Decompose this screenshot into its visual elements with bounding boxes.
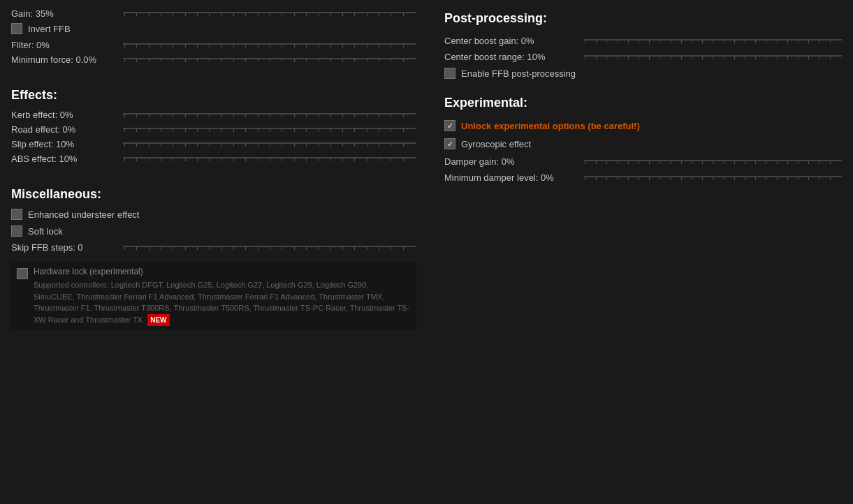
enable-ffb-checkbox[interactable] — [444, 68, 455, 79]
min-force-row: Minimum force: 0.0% — [11, 54, 416, 65]
road-slider-container — [123, 128, 416, 132]
center-boost-gain-slider[interactable] — [584, 39, 842, 40]
enable-ffb-label: Enable FFB post-processing — [461, 68, 576, 79]
enhanced-understeer-row: Enhanced understeer effect — [11, 209, 416, 220]
abs-slider[interactable] — [123, 157, 416, 158]
kerb-row: Kerb effect: 0% — [11, 110, 416, 120]
hardware-lock-desc-text: Supported controllers: Logitech DFGT, Lo… — [34, 281, 409, 324]
new-badge: NEW — [147, 314, 169, 326]
soft-lock-checkbox[interactable] — [11, 225, 22, 237]
invert-ffb-checkbox[interactable] — [11, 23, 22, 34]
damper-gain-slider[interactable] — [584, 160, 842, 161]
min-force-slider[interactable] — [123, 58, 416, 59]
hardware-lock-title: Hardware lock (experimental) — [34, 267, 411, 276]
min-damper-ticks — [584, 177, 842, 180]
road-label: Road effect: 0% — [11, 124, 123, 135]
kerb-slider[interactable] — [123, 113, 416, 114]
soft-lock-row: Soft lock — [11, 225, 416, 237]
skip-ffb-slider[interactable] — [123, 246, 416, 247]
enhanced-understeer-checkbox[interactable] — [11, 209, 22, 220]
damper-gain-ticks — [584, 161, 842, 164]
center-boost-range-ticks — [584, 57, 842, 59]
road-ticks — [123, 129, 416, 132]
center-boost-gain-slider-container — [584, 39, 842, 43]
filter-slider-container — [123, 43, 416, 47]
enable-ffb-row: Enable FFB post-processing — [444, 68, 842, 79]
post-processing-title: Post-processing: — [444, 11, 842, 26]
damper-gain-row: Damper gain: 0% — [444, 156, 842, 167]
hardware-lock-desc: Supported controllers: Logitech DFGT, Lo… — [34, 279, 411, 326]
enhanced-understeer-label: Enhanced understeer effect — [28, 209, 140, 220]
experimental-title: Experimental: — [444, 96, 842, 110]
effects-divider — [11, 73, 416, 74]
skip-ffb-label: Skip FFB steps: 0 — [11, 242, 123, 253]
hardware-lock-section: Hardware lock (experimental) Supported c… — [11, 262, 416, 330]
min-damper-label: Minimum damper level: 0% — [444, 172, 584, 183]
min-damper-slider-container — [584, 176, 842, 180]
unlock-experimental-label: Unlock experimental options (be careful!… — [461, 121, 640, 131]
road-row: Road effect: 0% — [11, 124, 416, 135]
damper-gain-label: Damper gain: 0% — [444, 156, 584, 167]
right-panel: Post-processing: Center boost gain: 0% — [444, 8, 842, 496]
slip-slider[interactable] — [123, 142, 416, 144]
invert-ffb-label: Invert FFB — [28, 24, 71, 34]
kerb-slider-container — [123, 113, 416, 117]
gyroscopic-row: Gyroscopic effect — [444, 138, 842, 149]
gyroscopic-checkbox[interactable] — [444, 138, 455, 149]
abs-ticks — [123, 158, 416, 161]
abs-label: ABS effect: 10% — [11, 154, 123, 164]
min-damper-row: Minimum damper level: 0% — [444, 172, 842, 183]
invert-ffb-row: Invert FFB — [11, 23, 416, 34]
center-boost-range-row: Center boost range: 10% — [444, 52, 842, 62]
kerb-ticks — [123, 114, 416, 117]
slip-label: Slip effect: 10% — [11, 139, 123, 149]
kerb-label: Kerb effect: 0% — [11, 110, 123, 120]
skip-ffb-slider-container — [123, 246, 416, 250]
center-boost-gain-label: Center boost gain: 0% — [444, 36, 584, 46]
skip-ffb-ticks — [123, 247, 416, 250]
gain-ticks — [123, 13, 416, 16]
center-boost-gain-row: Center boost gain: 0% — [444, 36, 842, 46]
slip-slider-container — [123, 142, 416, 147]
center-boost-range-slider[interactable] — [584, 55, 842, 57]
min-force-slider-container — [123, 58, 416, 62]
abs-slider-container — [123, 157, 416, 161]
unlock-experimental-checkbox[interactable] — [444, 120, 455, 131]
filter-row: Filter: 0% — [11, 40, 416, 50]
left-panel: Gain: 35% Invert FFB F — [11, 8, 416, 496]
abs-row: ABS effect: 10% — [11, 154, 416, 164]
gain-slider-container — [123, 12, 416, 16]
gain-row: Gain: 35% — [11, 8, 416, 19]
filter-label: Filter: 0% — [11, 40, 123, 50]
filter-slider[interactable] — [123, 43, 416, 45]
soft-lock-label: Soft lock — [28, 226, 63, 237]
skip-ffb-row: Skip FFB steps: 0 — [11, 242, 416, 253]
road-slider[interactable] — [123, 128, 416, 129]
gain-label: Gain: 35% — [11, 8, 123, 19]
min-force-label: Minimum force: 0.0% — [11, 54, 123, 65]
min-force-ticks — [123, 59, 416, 62]
slip-row: Slip effect: 10% — [11, 139, 416, 149]
gain-slider[interactable] — [123, 12, 416, 13]
unlock-experimental-row: Unlock experimental options (be careful!… — [444, 120, 842, 131]
hardware-lock-checkbox[interactable] — [17, 268, 28, 279]
slip-ticks — [123, 144, 416, 147]
misc-title: Miscellaneous: — [11, 187, 416, 202]
min-damper-slider[interactable] — [584, 176, 842, 177]
misc-divider — [11, 172, 416, 173]
center-boost-gain-ticks — [584, 40, 842, 43]
center-boost-range-label: Center boost range: 10% — [444, 52, 584, 62]
hardware-lock-content: Hardware lock (experimental) Supported c… — [34, 267, 411, 326]
filter-ticks — [123, 45, 416, 47]
damper-gain-slider-container — [584, 160, 842, 164]
gyroscopic-label: Gyroscopic effect — [461, 139, 531, 149]
effects-title: Effects: — [11, 88, 416, 103]
hardware-lock-row: Hardware lock (experimental) Supported c… — [17, 267, 411, 326]
center-boost-range-slider-container — [584, 55, 842, 59]
